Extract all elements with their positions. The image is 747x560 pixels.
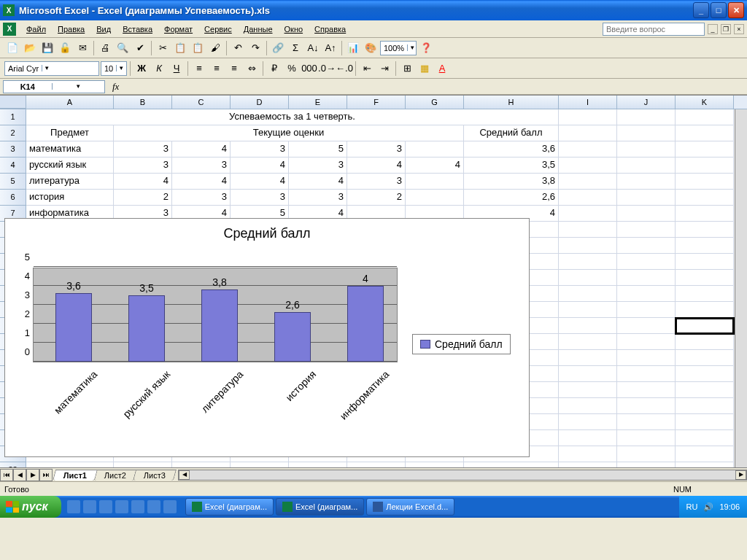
help-search-input[interactable]: [603, 23, 705, 36]
cell[interactable]: [559, 109, 617, 125]
drawing-icon[interactable]: 🎨: [363, 40, 379, 56]
ql-icon-7[interactable]: [163, 500, 177, 513]
cell[interactable]: [559, 238, 617, 254]
cell[interactable]: 3: [231, 141, 289, 158]
cell[interactable]: [617, 238, 676, 254]
cell[interactable]: [617, 141, 676, 158]
cell[interactable]: [559, 430, 617, 446]
maximize-button[interactable]: □: [711, 2, 727, 18]
percent-icon[interactable]: %: [284, 61, 300, 77]
cell[interactable]: [559, 141, 617, 158]
cell[interactable]: [617, 318, 676, 334]
cell[interactable]: [559, 318, 617, 334]
cell[interactable]: [559, 254, 617, 270]
cell-title[interactable]: Успеваемость за 1 четверть.: [26, 109, 559, 125]
menu-window[interactable]: Окно: [279, 23, 309, 35]
cell[interactable]: Предмет: [26, 125, 114, 141]
taskbar-task-button[interactable]: Excel (диаграм...: [276, 498, 364, 516]
sheet-tab[interactable]: Лист2: [93, 470, 137, 481]
col-header-C[interactable]: C: [172, 96, 231, 109]
sort-asc-icon[interactable]: A↓: [305, 40, 321, 56]
cell[interactable]: 4: [114, 174, 172, 190]
cell[interactable]: [559, 190, 617, 206]
menu-file[interactable]: Файл: [20, 23, 52, 35]
cell[interactable]: [676, 206, 734, 222]
cell[interactable]: [676, 174, 734, 190]
cell[interactable]: [617, 366, 676, 382]
bold-icon[interactable]: Ж: [133, 61, 150, 77]
cell[interactable]: [676, 270, 734, 286]
col-header-A[interactable]: A: [26, 96, 114, 109]
print-icon[interactable]: 🖨: [97, 40, 113, 56]
autosum-icon[interactable]: Σ: [287, 40, 303, 56]
cell[interactable]: [676, 302, 734, 318]
merge-center-icon[interactable]: ⇔: [244, 61, 260, 77]
col-header-H[interactable]: H: [464, 96, 559, 109]
cell[interactable]: 4: [406, 158, 464, 174]
cell[interactable]: [559, 366, 617, 382]
cell[interactable]: [559, 334, 617, 350]
cell[interactable]: [676, 398, 734, 414]
borders-icon[interactable]: ⊞: [399, 61, 415, 77]
cell[interactable]: [559, 414, 617, 430]
cell[interactable]: Средний балл: [464, 125, 559, 141]
align-center-icon[interactable]: ≡: [209, 61, 225, 77]
cell[interactable]: [559, 125, 617, 141]
help-icon[interactable]: ❓: [418, 40, 434, 56]
col-header-G[interactable]: G: [406, 96, 464, 109]
italic-icon[interactable]: К: [151, 61, 167, 77]
cell[interactable]: [617, 222, 676, 238]
start-button[interactable]: пуск: [0, 496, 61, 518]
cell[interactable]: 5: [289, 141, 347, 158]
cell[interactable]: [676, 109, 734, 125]
tab-nav-first[interactable]: ⏮: [0, 469, 13, 481]
cell[interactable]: [617, 109, 676, 125]
col-header-J[interactable]: J: [617, 96, 676, 109]
cell[interactable]: [559, 286, 617, 302]
ql-icon-5[interactable]: [131, 500, 144, 513]
cell[interactable]: [559, 382, 617, 398]
font-color-icon[interactable]: A: [434, 61, 450, 77]
decrease-decimal-icon[interactable]: ←.0: [336, 61, 352, 77]
cell[interactable]: 3,5: [464, 158, 559, 174]
cell[interactable]: [676, 222, 734, 238]
cell[interactable]: [617, 190, 676, 206]
cell[interactable]: [617, 206, 676, 222]
cell[interactable]: 3: [114, 141, 172, 158]
minimize-button[interactable]: _: [693, 2, 709, 18]
active-cell[interactable]: [676, 318, 734, 334]
select-all-corner[interactable]: [0, 96, 26, 109]
close-button[interactable]: ✕: [728, 2, 744, 18]
cell[interactable]: Текущие оценки: [114, 125, 464, 141]
cell[interactable]: 4: [172, 141, 231, 158]
hyperlink-icon[interactable]: 🔗: [270, 40, 286, 56]
ql-icon-2[interactable]: [83, 500, 96, 513]
cell[interactable]: [559, 270, 617, 286]
col-header-F[interactable]: F: [347, 96, 406, 109]
name-box[interactable]: K14▼: [3, 80, 105, 93]
vertical-scrollbar[interactable]: [735, 109, 747, 467]
cell[interactable]: 4: [289, 174, 347, 190]
underline-icon[interactable]: Ч: [169, 61, 185, 77]
spellcheck-icon[interactable]: ✔: [132, 40, 148, 56]
tab-nav-prev[interactable]: ◀: [13, 469, 26, 481]
tab-nav-next[interactable]: ▶: [26, 469, 39, 481]
currency-icon[interactable]: ₽: [266, 61, 282, 77]
cell[interactable]: 3: [172, 158, 231, 174]
cell[interactable]: [406, 174, 464, 190]
cell[interactable]: [559, 222, 617, 238]
format-painter-icon[interactable]: 🖌: [207, 40, 223, 56]
cell[interactable]: [559, 350, 617, 366]
cell[interactable]: [617, 430, 676, 446]
cell[interactable]: [676, 382, 734, 398]
cell[interactable]: [676, 446, 734, 462]
cell[interactable]: 3,6: [464, 141, 559, 158]
cell[interactable]: [676, 158, 734, 174]
chart-wizard-icon[interactable]: 📊: [345, 40, 361, 56]
row-header-1[interactable]: 1: [0, 109, 26, 125]
cell[interactable]: 3: [289, 190, 347, 206]
worksheet-grid[interactable]: ABCDEFGHIJK 1234567891011121314151617181…: [0, 95, 747, 481]
cell[interactable]: [676, 141, 734, 158]
cell[interactable]: 4: [347, 158, 406, 174]
menu-help[interactable]: Справка: [309, 23, 352, 35]
